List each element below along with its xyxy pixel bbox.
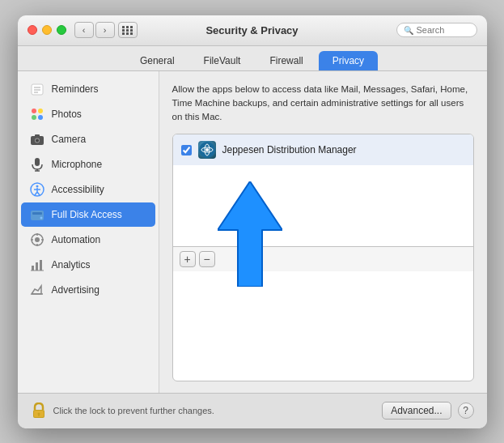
svg-point-4 (32, 109, 36, 113)
sidebar-label-accessibility: Accessibility (52, 184, 104, 195)
titlebar: ‹ › Security & Privacy 🔍 (18, 15, 487, 46)
sidebar-label-advertising: Advertising (52, 284, 100, 296)
main-window: ‹ › Security & Privacy 🔍 General FileVau… (18, 15, 487, 428)
svg-point-23 (40, 216, 42, 219)
sidebar-item-microphone[interactable]: Microphone (21, 152, 155, 177)
sidebar-item-full-disk-access[interactable]: Full Disk Access (21, 202, 155, 227)
svg-marker-34 (32, 286, 41, 294)
svg-line-20 (37, 192, 40, 195)
tab-firewall[interactable]: Firewall (256, 51, 316, 70)
lock-text: Click the lock to prevent further change… (53, 406, 376, 415)
svg-point-10 (36, 138, 39, 142)
forward-button[interactable]: › (95, 22, 115, 38)
search-input[interactable] (417, 25, 473, 35)
minimize-button[interactable] (42, 25, 52, 35)
window-title: Security & Privacy (205, 24, 298, 36)
sidebar-item-accessibility[interactable]: Accessibility (21, 177, 155, 202)
svg-rect-32 (40, 260, 42, 270)
grid-icon (122, 26, 133, 35)
content-area: Reminders Photos (18, 71, 487, 393)
nav-buttons: ‹ › (74, 22, 115, 38)
svg-rect-31 (36, 262, 38, 270)
microphone-icon (29, 156, 45, 173)
sidebar-label-automation: Automation (52, 234, 101, 245)
app-checkbox[interactable] (181, 145, 192, 155)
photos-icon (29, 106, 45, 122)
back-button[interactable]: ‹ (74, 22, 94, 38)
svg-point-39 (205, 148, 209, 151)
remove-button[interactable]: − (199, 251, 215, 267)
svg-rect-12 (35, 158, 40, 166)
bottom-bar: Click the lock to prevent further change… (18, 393, 487, 428)
accessibility-icon (29, 181, 45, 198)
app-list-container: Jeppesen Distribution Manager + − (172, 134, 474, 381)
app-icon (198, 141, 216, 159)
svg-rect-30 (32, 266, 34, 270)
sidebar-label-photos: Photos (52, 109, 82, 120)
sidebar-label-reminders: Reminders (52, 83, 99, 95)
description-text: Allow the apps below to access data like… (172, 83, 474, 125)
help-button[interactable]: ? (458, 403, 474, 419)
add-button[interactable]: + (180, 251, 196, 267)
svg-rect-22 (32, 212, 42, 215)
arrow-indicator (218, 181, 282, 287)
sidebar-item-reminders[interactable]: Reminders (21, 77, 155, 101)
svg-point-16 (36, 185, 38, 187)
reminders-icon (29, 81, 45, 97)
tab-privacy[interactable]: Privacy (319, 51, 378, 70)
sidebar-item-camera[interactable]: Camera (21, 127, 155, 151)
sidebar: Reminders Photos (18, 71, 159, 393)
tab-filevault[interactable]: FileVault (190, 51, 255, 70)
svg-point-7 (38, 115, 43, 120)
advertising-icon (29, 282, 45, 298)
svg-rect-11 (35, 134, 40, 137)
svg-marker-40 (218, 181, 282, 287)
lock-icon[interactable] (31, 403, 47, 419)
app-name: Jeppesen Distribution Manager (222, 144, 357, 155)
svg-point-6 (32, 115, 36, 120)
svg-point-25 (35, 237, 40, 242)
sidebar-item-photos[interactable]: Photos (21, 102, 155, 126)
sidebar-label-camera: Camera (52, 134, 87, 145)
analytics-icon (29, 257, 45, 273)
svg-point-5 (38, 109, 43, 113)
disk-icon (29, 207, 45, 223)
maximize-button[interactable] (57, 25, 66, 35)
sidebar-label-full-disk-access: Full Disk Access (52, 209, 122, 220)
main-panel: Allow the apps below to access data like… (159, 71, 487, 393)
traffic-lights (28, 25, 66, 35)
search-box[interactable]: 🔍 (396, 23, 477, 37)
close-button[interactable] (28, 25, 37, 35)
sidebar-item-automation[interactable]: Automation (21, 228, 155, 252)
camera-icon (29, 131, 45, 147)
sidebar-label-microphone: Microphone (52, 159, 103, 170)
grid-button[interactable] (118, 22, 138, 38)
sidebar-item-advertising[interactable]: Advertising (21, 278, 155, 302)
sidebar-label-analytics: Analytics (52, 259, 91, 270)
tab-general[interactable]: General (126, 51, 188, 70)
search-icon: 🔍 (404, 26, 413, 35)
automation-icon (29, 232, 45, 248)
sidebar-item-analytics[interactable]: Analytics (21, 253, 155, 277)
list-item[interactable]: Jeppesen Distribution Manager (173, 134, 473, 165)
tabbar: General FileVault Firewall Privacy (18, 46, 487, 71)
advanced-button[interactable]: Advanced... (382, 402, 451, 420)
